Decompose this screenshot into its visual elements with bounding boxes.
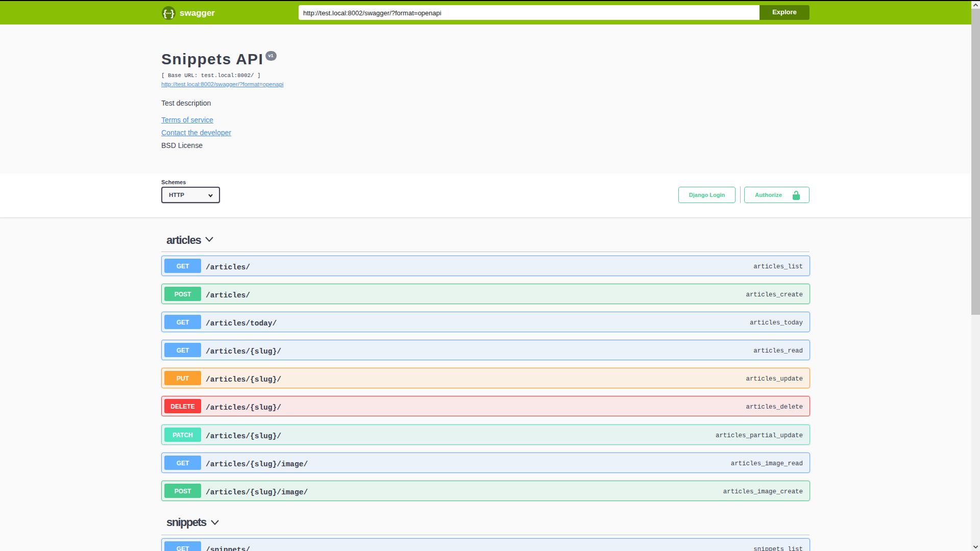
svg-text:}: } bbox=[170, 8, 174, 18]
svg-text:{: { bbox=[163, 8, 167, 18]
